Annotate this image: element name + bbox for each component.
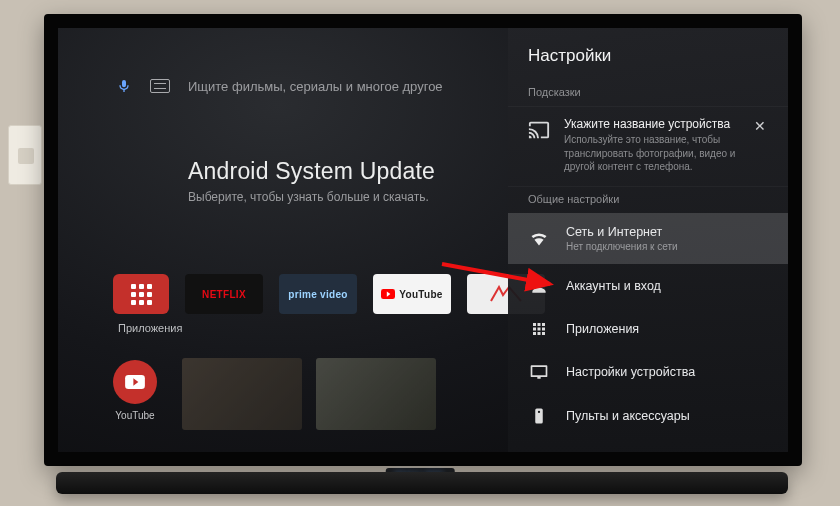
- settings-item-device[interactable]: Настройки устройства: [508, 350, 788, 394]
- youtube-hub-label: YouTube: [113, 410, 157, 421]
- soundbar: [56, 472, 788, 494]
- tv-screen: Ищите фильмы, сериалы и многое другое An…: [58, 28, 788, 452]
- video-thumbnail[interactable]: [182, 358, 302, 430]
- hint-title: Укажите название устройства: [564, 117, 740, 131]
- settings-item-title: Настройки устройства: [566, 365, 695, 379]
- wall-light-switch: [8, 125, 42, 185]
- wifi-icon: [528, 228, 550, 248]
- settings-item-subtitle: Нет подключения к сети: [566, 241, 678, 252]
- youtube-icon: [381, 289, 395, 299]
- settings-item-apps[interactable]: Приложения: [508, 308, 788, 350]
- hints-section-label: Подсказки: [508, 80, 788, 106]
- youtube-hub-icon: [113, 360, 157, 404]
- hero-card[interactable]: Android System Update Выберите, чтобы уз…: [188, 158, 435, 204]
- apps-hub-tile[interactable]: [113, 274, 169, 314]
- account-icon: [528, 276, 550, 296]
- settings-item-accounts[interactable]: Аккаунты и вход: [508, 264, 788, 308]
- apps-row: NETFLIX prime video YouTube: [113, 274, 545, 314]
- remote-icon: [528, 406, 550, 426]
- settings-panel: Настройки Подсказки Укажите название уст…: [508, 28, 788, 452]
- settings-item-title: Аккаунты и вход: [566, 279, 661, 293]
- mic-icon[interactable]: [116, 78, 132, 94]
- settings-item-title: Пульты и аксессуары: [566, 409, 690, 423]
- apps-grid-icon: [131, 284, 152, 305]
- search-placeholder: Ищите фильмы, сериалы и многое другое: [188, 79, 443, 94]
- keyboard-icon[interactable]: [150, 79, 170, 93]
- youtube-thumbnails: [182, 358, 436, 430]
- settings-item-title: Приложения: [566, 322, 639, 336]
- tv-frame: Ищите фильмы, сериалы и многое другое An…: [44, 14, 802, 466]
- close-icon[interactable]: ✕: [754, 119, 768, 133]
- youtube-hub[interactable]: YouTube: [113, 360, 157, 421]
- video-thumbnail[interactable]: [316, 358, 436, 430]
- app-tile-youtube[interactable]: YouTube: [373, 274, 451, 314]
- general-section-label: Общие настройки: [508, 187, 788, 213]
- hint-subtitle: Используйте это название, чтобы транслир…: [564, 133, 740, 174]
- app-tile-prime[interactable]: prime video: [279, 274, 357, 314]
- cast-icon: [528, 119, 550, 141]
- hint-card-device-name[interactable]: Укажите название устройства Используйте …: [508, 106, 788, 187]
- apps-row-label: Приложения: [118, 322, 182, 334]
- hero-subtitle: Выберите, чтобы узнать больше и скачать.: [188, 190, 435, 204]
- tv-icon: [528, 362, 550, 382]
- app-tile-youtube-label: YouTube: [399, 289, 442, 300]
- settings-item-remotes[interactable]: Пульты и аксессуары: [508, 394, 788, 438]
- settings-item-title: Сеть и Интернет: [566, 225, 678, 239]
- hero-title: Android System Update: [188, 158, 435, 185]
- search-row[interactable]: Ищите фильмы, сериалы и многое другое: [116, 78, 443, 94]
- settings-title: Настройки: [508, 46, 788, 80]
- apps-icon: [528, 320, 550, 338]
- settings-item-network[interactable]: Сеть и Интернет Нет подключения к сети: [508, 213, 788, 264]
- app-tile-netflix[interactable]: NETFLIX: [185, 274, 263, 314]
